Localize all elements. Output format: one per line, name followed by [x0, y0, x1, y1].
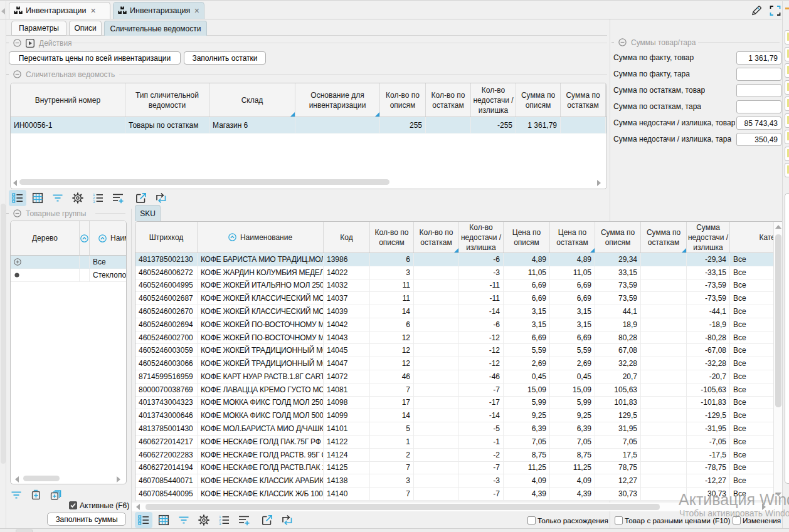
scroll-left-icon[interactable]	[15, 476, 19, 482]
close-tab-icon[interactable]: ×	[91, 6, 96, 15]
table-row[interactable]: Все	[11, 256, 126, 269]
tab-inventories-lists[interactable]: Описи	[69, 21, 102, 36]
window-tab-inventories[interactable]: Инвентаризации ×	[9, 2, 110, 19]
add-item-icon[interactable]	[28, 487, 45, 503]
open-external-icon[interactable]	[258, 512, 276, 528]
table-row[interactable]: 4813785001430КОФЕ МОЛ.БАРИСТА МИО Д/ЧАШК…	[135, 422, 783, 436]
column-header[interactable]: Внутренний номер	[11, 83, 125, 117]
tab-comparison-statements[interactable]: Сличительные ведомости	[104, 21, 207, 36]
left-scroll-strip[interactable]	[0, 0, 6, 532]
column-header[interactable]: Сумма по остаткам	[641, 222, 687, 253]
numbered-list-icon[interactable]: 1 2 3	[89, 190, 107, 206]
only-differences-checkbox[interactable]	[527, 516, 536, 524]
collapse-icon[interactable]	[13, 39, 21, 47]
collapse-icon[interactable]	[13, 70, 21, 78]
column-header[interactable]: Сумма по описям	[595, 222, 641, 253]
table-row[interactable]: 4605246002670КОФЕ ЖОКЕЙ КЛАССИЧЕСКИЙ МОЛ…	[135, 305, 783, 318]
column-header[interactable]	[80, 221, 90, 255]
column-header[interactable]: Кол-во по остаткам	[414, 222, 459, 253]
column-header[interactable]: Склад	[209, 83, 295, 117]
sort-ascending-icon[interactable]	[98, 234, 107, 243]
column-header[interactable]: Кол-во по описям	[380, 83, 426, 117]
add-to-list-icon[interactable]	[235, 512, 253, 528]
filter-icon[interactable]	[49, 190, 66, 206]
column-header[interactable]: Кол-во недостачи / излишка	[459, 222, 504, 253]
scroll-left-icon[interactable]	[1, 8, 5, 14]
column-header[interactable]: Тип сличительной ведомости	[125, 83, 209, 117]
table-row[interactable]: 4606272002283КОФЕ НЕСКАФЕ ГОЛД РАСТВ. 95…	[135, 449, 783, 462]
table-row[interactable]: 4605246003059КОФЕ ЖОКЕЙ ТРАДИЦИОННЫЙ МОЛ…	[135, 344, 783, 357]
table-row[interactable]: 4607085440071КОФЕ НЕСКАФЕ КЛАССИК АРАБИК…	[135, 474, 783, 488]
bulleted-list-icon[interactable]	[9, 190, 26, 206]
tab-parameters[interactable]: Параметры	[11, 21, 66, 36]
window-tab-inventory[interactable]: Инвентаризация ×	[113, 2, 204, 19]
sku-vscrollbar-thumb[interactable]	[775, 234, 781, 407]
tree-expand-icon[interactable]	[14, 258, 21, 266]
swap-loop-icon[interactable]	[152, 190, 170, 206]
fullscreen-icon[interactable]	[769, 4, 781, 17]
table-row[interactable]: 8714599516959КОФЕ КАРТ НУАР РАСТВ.1.8Г C…	[135, 370, 783, 383]
statement-hscrollbar-thumb[interactable]	[19, 179, 389, 185]
collapse-icon[interactable]	[618, 38, 627, 46]
scroll-left-icon[interactable]	[13, 180, 17, 186]
column-header[interactable]: Кол-во по остаткам	[426, 83, 471, 117]
left-scrollbar-thumb[interactable]	[1, 204, 6, 464]
column-header[interactable]: Дерево	[11, 221, 80, 255]
column-header[interactable]: Наименование	[198, 222, 324, 253]
table-row[interactable]: 4605246003066КОФЕ ЖОКЕЙ ТРАДИЦИОННЫЙ МОЛ…	[135, 357, 783, 370]
column-header[interactable]: Сумма недостачи / излишка	[687, 222, 730, 253]
product-groups-table[interactable]: Дерево Наименование ВсеСтеклопосуда	[10, 221, 127, 484]
recalc-prices-button[interactable]: Пересчитать цены по всей инвентаризации	[9, 51, 181, 65]
scroll-up-icon[interactable]	[775, 225, 781, 229]
table-row[interactable]: Стеклопосуда	[11, 269, 126, 282]
sort-ascending-icon[interactable]	[80, 234, 88, 243]
table-row[interactable]: 4605246002694КОФЕ ЖОКЕЙ ПО-ВОСТОЧНОМУ МО…	[135, 318, 783, 331]
swap-loop-icon[interactable]	[278, 512, 296, 528]
scroll-left-icon[interactable]	[136, 504, 140, 510]
collapse-icon[interactable]	[13, 209, 21, 217]
close-tab-icon[interactable]: ×	[194, 6, 199, 15]
edit-pencil-icon[interactable]	[750, 4, 763, 17]
tab-sku[interactable]: SKU	[135, 205, 161, 221]
groups-hscrollbar-thumb[interactable]	[23, 476, 60, 481]
total-field-input[interactable]	[736, 100, 781, 113]
table-grid-icon[interactable]	[29, 190, 46, 206]
column-header[interactable]: Основание для инвентаризации	[295, 83, 380, 117]
table-row[interactable]: 4606272014194КОФЕ НЕСКАФЕ ГОЛД РАСТВ.ПАК…	[135, 462, 783, 475]
table-row[interactable]: 4605246002687КОФЕ ЖОКЕЙ КЛАССИЧЕСКИЙ МОЛ…	[135, 292, 783, 305]
table-row[interactable]: 8000070038769КОФЕ ЛАВАЦЦА КРЕМО ГУСТО МО…	[135, 383, 783, 397]
total-field-input[interactable]	[736, 84, 781, 97]
add-items-icon[interactable]	[48, 487, 65, 503]
column-header[interactable]: Код	[324, 222, 370, 253]
filter-icon[interactable]	[8, 487, 25, 503]
sku-table[interactable]: Штрихкод НаименованиеКодКол-во по описям…	[135, 221, 783, 501]
scroll-right-icon[interactable]	[117, 476, 120, 482]
column-header[interactable]: Наименование	[90, 221, 127, 255]
filter-icon[interactable]	[175, 512, 193, 528]
active-groups-checkbox[interactable]	[69, 501, 77, 509]
add-to-list-icon[interactable]	[109, 190, 127, 206]
statement-table[interactable]: Внутренний номерТип сличительной ведомос…	[10, 83, 607, 189]
table-row[interactable]: 4605246006272КОФЕ ЖАРДИН КОЛУМБИЯ МЕДЕЛ.…	[135, 266, 783, 279]
table-grid-icon[interactable]	[155, 512, 172, 528]
total-field-input[interactable]: 1 361,79	[736, 51, 781, 65]
column-header[interactable]: Кол-во по описям	[370, 222, 414, 253]
column-header[interactable]: Цена по описям	[504, 222, 550, 253]
column-header[interactable]: Цена по остаткам	[550, 222, 595, 253]
sku-vscrollbar[interactable]	[773, 222, 782, 500]
bulleted-list-icon[interactable]	[135, 512, 152, 528]
scroll-right-icon[interactable]	[597, 180, 601, 186]
settings-gear-icon[interactable]	[69, 190, 87, 206]
sku-hscrollbar-thumb[interactable]	[146, 504, 660, 510]
settings-gear-icon[interactable]	[195, 512, 213, 528]
table-row[interactable]: 4605246004995КОФЕ ЖОКЕЙ ИТАЛЬЯНО МОЛ 250…	[135, 279, 783, 293]
table-row[interactable]: 4013743004323КОФЕ МОККА ФИКС ГОЛД МОЛ 25…	[135, 397, 783, 410]
sort-ascending-icon[interactable]	[228, 233, 236, 241]
table-row[interactable]: 4013743000646КОФЕ МОККА ФИКС ГОЛД МОЛ 50…	[135, 409, 783, 422]
table-row[interactable]: 4813785002130КОФЕ БАРИСТА МИО ТРАДИЦ.МОЛ…	[135, 253, 783, 266]
column-header[interactable]: Штрихкод	[135, 222, 198, 253]
open-external-icon[interactable]	[132, 190, 150, 206]
table-row[interactable]: ИН00056-1Товары по остаткамМагазин 6255-…	[11, 117, 606, 133]
numbered-list-icon[interactable]: 1 2 3	[215, 512, 233, 528]
total-field-input[interactable]: 350,49	[736, 133, 781, 146]
